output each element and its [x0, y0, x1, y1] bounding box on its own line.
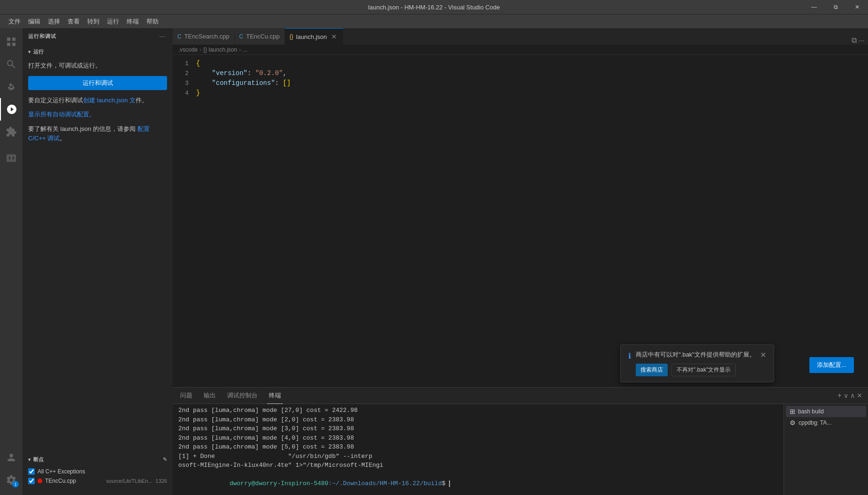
- add-config-button[interactable]: 添加配置...: [809, 357, 854, 373]
- breadcrumb: .vscode › {} launch.json › ...: [173, 45, 868, 55]
- close-button[interactable]: ✕: [846, 0, 868, 14]
- code-content: 1 { 2 "version": "0.2.0", 3 "configurati…: [173, 55, 868, 102]
- terminal-main[interactable]: 2nd pass [luma,chroma] mode [27,0] cost …: [173, 404, 784, 495]
- tab-tenccu[interactable]: C TEncCu.cpp: [235, 28, 285, 45]
- sidebar: 运行和调试 ··· ▾ 运行 打开文件，可调试或运行。 运行和调试 要自定义运行…: [23, 28, 173, 495]
- breadcrumb-launch-json[interactable]: {} launch.json: [203, 46, 237, 53]
- code-line-2: 2 "version": "0.2.0",: [173, 69, 868, 78]
- terminal-cppdbg-icon: ⚙: [790, 419, 796, 426]
- run-section-title[interactable]: ▾ 运行: [28, 48, 167, 55]
- panel-arrow-down-icon[interactable]: ∨: [844, 392, 848, 399]
- breakpoint-item-tenccu: TEncCu.cpp source/Lib/TLibEn... 1326: [23, 476, 173, 486]
- activity-extensions[interactable]: [0, 121, 23, 143]
- show-all-configs-link[interactable]: 显示所有自动调试配置。: [28, 110, 167, 119]
- panel-arrow-up-icon[interactable]: ∧: [850, 392, 855, 399]
- window-title: launch.json - HM-HM-16.22 - Visual Studi…: [368, 4, 500, 11]
- tab-close-launch-json[interactable]: ✕: [330, 32, 338, 41]
- panel-tab-actions: + ∨ ∧ ✕: [838, 391, 862, 400]
- minimize-button[interactable]: —: [803, 0, 825, 14]
- activity-account[interactable]: [0, 446, 23, 469]
- activity-remote-explorer[interactable]: [0, 147, 23, 169]
- code-line-3: 3 "configurations": []: [173, 78, 868, 88]
- activity-run-debug[interactable]: [0, 98, 23, 121]
- activity-bar: 1: [0, 28, 23, 495]
- breakpoint-sub-label: source/Lib/TLibEn... 1326: [107, 478, 167, 484]
- activity-source-control[interactable]: [0, 76, 23, 98]
- tab-icon-launch-json: {}: [289, 33, 293, 40]
- breadcrumb-vscode[interactable]: .vscode: [178, 46, 198, 53]
- breakpoint-checkbox-tenccu[interactable]: [28, 478, 35, 484]
- breakpoints-section: ▾ 断点 ✎ All C++ Exceptions TEncCu.cpp sou…: [23, 452, 173, 495]
- terminal-instance-cppdbg[interactable]: ⚙ cppdbg: TA...: [786, 417, 866, 428]
- panel-tab-debug-console[interactable]: 调试控制台: [225, 388, 259, 404]
- terminal-prompt: dworry@dworry-Inspiron-5480: [229, 480, 328, 487]
- code-editor[interactable]: 1 { 2 "version": "0.2.0", 3 "configurati…: [173, 55, 868, 387]
- terminal-line-5: 2nd pass [luma,chroma] mode [5,0] cost =…: [178, 442, 778, 452]
- activity-explorer[interactable]: [0, 30, 23, 53]
- breakpoints-edit-icon[interactable]: ✎: [163, 457, 167, 463]
- tab-icon-tenc-search: C: [177, 33, 182, 40]
- panel-close-icon[interactable]: ✕: [857, 392, 862, 399]
- terminal-line-7: osoft-MIEngine-In-klux40nr.4te" 1>"/tmp/…: [178, 461, 778, 470]
- notification-actions: 搜索商店 不再对".bak"文件显示: [636, 364, 755, 376]
- menu-view[interactable]: 查看: [64, 15, 84, 28]
- tab-tenc-search[interactable]: C TEncSearch.cpp: [173, 28, 235, 45]
- activity-bottom: 1: [0, 446, 23, 495]
- tabs-right-actions: ⧉ ···: [848, 36, 868, 45]
- editor-split-icon[interactable]: ⧉: [852, 36, 857, 45]
- menu-terminal[interactable]: 终端: [123, 15, 143, 28]
- menu-help[interactable]: 帮助: [143, 15, 162, 28]
- terminal-instance-bash[interactable]: ⊞ bash build: [786, 406, 866, 417]
- terminal-side: ⊞ bash build ⚙ cppdbg: TA...: [784, 404, 868, 495]
- learn-about-text: 要了解有关 launch.json 的信息，请参阅 配置 C/C++ 调试。: [28, 124, 167, 143]
- breakpoint-dot: [38, 479, 42, 483]
- breakpoints-header[interactable]: ▾ 断点 ✎: [23, 452, 173, 467]
- breadcrumb-more[interactable]: ...: [243, 46, 247, 53]
- breakpoint-checkbox-all-cpp[interactable]: [28, 468, 35, 475]
- code-line-4: 4 }: [173, 88, 868, 98]
- terminal-panel: 问题 输出 调试控制台 终端 + ∨ ∧ ✕ 2nd pass [luma,ch…: [173, 387, 868, 495]
- terminal-line-1: 2nd pass [luma,chroma] mode [27,0] cost …: [178, 406, 778, 415]
- panel-tab-terminal[interactable]: 终端: [267, 388, 283, 404]
- maximize-button[interactable]: ⧉: [825, 0, 846, 14]
- notification-body: 商店中有可以对".bak"文件提供帮助的扩展。 搜索商店 不再对".bak"文件…: [636, 350, 755, 376]
- terminal-cursor: [449, 480, 450, 487]
- panel-tab-problems[interactable]: 问题: [178, 388, 194, 404]
- terminal-line-4: 2nd pass [luma,chroma] mode [4,0] cost =…: [178, 434, 778, 443]
- notification-close-icon[interactable]: ✕: [760, 350, 766, 359]
- terminal-line-2: 2nd pass [luma,chroma] mode [2,0] cost =…: [178, 415, 778, 425]
- terminal-line-8: dworry@dworry-Inspiron-5480:~/.Downloads…: [178, 470, 778, 495]
- tabs-bar: C TEncSearch.cpp C TEncCu.cpp {} launch.…: [173, 28, 868, 45]
- notification-dismiss-btn[interactable]: 不再对".bak"文件显示: [671, 364, 736, 376]
- menu-bar: 文件 编辑 选择 查看 转到 运行 终端 帮助: [0, 14, 868, 28]
- panel-add-icon[interactable]: +: [838, 391, 842, 400]
- tab-launch-json[interactable]: {} launch.json ✕: [285, 28, 343, 45]
- tab-icon-tenccu: C: [239, 33, 244, 40]
- menu-run[interactable]: 运行: [103, 15, 123, 28]
- activity-search[interactable]: [0, 53, 23, 76]
- run-and-debug-button[interactable]: 运行和调试: [28, 76, 167, 90]
- notification-search-store-btn[interactable]: 搜索商店: [636, 364, 668, 376]
- menu-select[interactable]: 选择: [44, 15, 64, 28]
- panel-tabs: 问题 输出 调试控制台 终端 + ∨ ∧ ✕: [173, 388, 868, 404]
- terminal-path: :~/.Downloads/HM-HM-16.22/build: [328, 480, 442, 487]
- terminal-bash-icon: ⊞: [790, 408, 795, 415]
- terminal-line-3: 2nd pass [luma,chroma] mode [3,0] cost =…: [178, 424, 778, 434]
- create-launch-json-link[interactable]: 创建 launch.json 文: [83, 97, 136, 104]
- terminal-line-6: [1] + Done "/usr/bin/gdb" --interp: [178, 452, 778, 461]
- notification-badge: 1: [12, 481, 19, 487]
- activity-settings[interactable]: 1: [0, 469, 23, 491]
- editor-more-actions[interactable]: ···: [859, 37, 864, 44]
- code-line-1: 1 {: [173, 59, 868, 69]
- menu-goto[interactable]: 转到: [84, 15, 103, 28]
- menu-edit[interactable]: 编辑: [24, 15, 44, 28]
- terminal-content: 2nd pass [luma,chroma] mode [27,0] cost …: [173, 404, 868, 495]
- sidebar-more-actions[interactable]: ···: [158, 33, 167, 40]
- customize-run-text: 要自定义运行和调试创建 launch.json 文件。: [28, 96, 167, 105]
- open-file-text: 打开文件，可调试或运行。: [28, 61, 167, 70]
- sidebar-header: 运行和调试 ···: [23, 28, 173, 45]
- window-controls: — ⧉ ✕: [803, 0, 868, 14]
- menu-file[interactable]: 文件: [5, 15, 24, 28]
- main-layout: 1 运行和调试 ··· ▾ 运行 打开文件，可调试或运行。 运行和调试 要自定义…: [0, 28, 868, 495]
- panel-tab-output[interactable]: 输出: [202, 388, 218, 404]
